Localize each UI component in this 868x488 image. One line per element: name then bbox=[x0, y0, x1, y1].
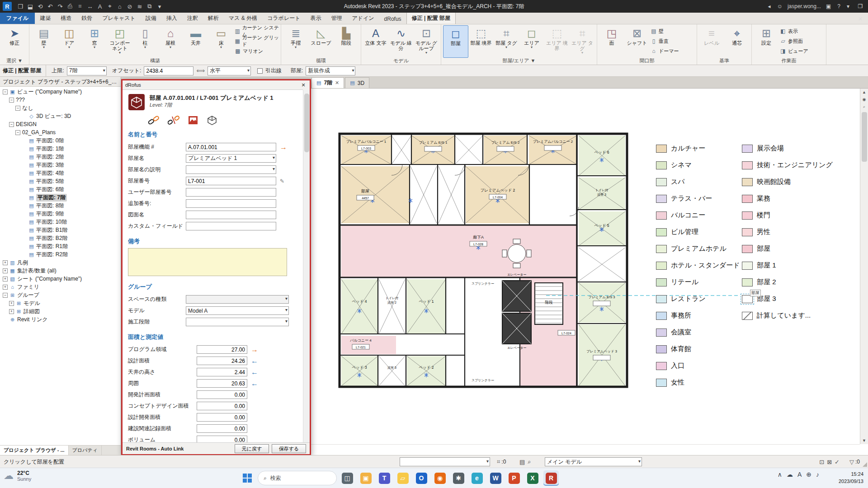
offset-input[interactable] bbox=[144, 66, 193, 75]
tree-item[interactable]: +⌂ファミリ bbox=[0, 283, 121, 291]
tree-item[interactable]: ▤平面図: 5階 bbox=[0, 177, 121, 185]
settings-icon[interactable]: ✱ bbox=[451, 470, 466, 486]
drofus-window-titlebar[interactable]: dRofus ✕ bbox=[123, 80, 310, 89]
field-input[interactable] bbox=[197, 357, 247, 365]
ribbon-button[interactable]: ▩マリオン bbox=[234, 46, 279, 56]
expand-toggle-icon[interactable]: − bbox=[15, 106, 20, 111]
field-input[interactable] bbox=[197, 345, 247, 354]
tree-item[interactable]: ▤平面図: 3階 bbox=[0, 161, 121, 169]
view-tab[interactable]: ▤7階✕ bbox=[311, 77, 344, 88]
tree-item[interactable]: −??? bbox=[0, 96, 121, 104]
ribbon-button[interactable]: ◳面 bbox=[599, 25, 624, 58]
link-icon[interactable] bbox=[148, 115, 160, 125]
user-avatar-icon[interactable]: ☺ bbox=[774, 3, 786, 9]
ribbon-tab[interactable]: 解析 bbox=[203, 13, 224, 24]
design-options-icon[interactable]: ⌕ bbox=[526, 458, 532, 465]
tree-item[interactable]: ▤平面図: R1階 bbox=[0, 242, 121, 250]
ribbon-tab[interactable]: 管理 bbox=[326, 13, 347, 24]
push-to-drofus-icon[interactable]: → bbox=[280, 143, 287, 151]
selection-filter[interactable]: ▽ :0 bbox=[848, 457, 860, 466]
onedrive-icon[interactable]: ☁ bbox=[787, 471, 793, 478]
unlink-icon[interactable] bbox=[168, 115, 179, 125]
powerpoint-icon[interactable]: P bbox=[506, 470, 522, 486]
field-select[interactable] bbox=[186, 165, 276, 174]
collapse-icon[interactable]: ◂ bbox=[765, 3, 774, 9]
ribbon-button[interactable]: ⬚部屋 境界 bbox=[468, 25, 494, 58]
field-input[interactable] bbox=[186, 222, 276, 230]
teams-icon[interactable]: T bbox=[377, 470, 392, 486]
select-pinned-toggle[interactable]: ⊠ bbox=[826, 459, 833, 465]
expand-toggle-icon[interactable]: − bbox=[9, 98, 14, 103]
revit-taskbar-icon[interactable]: R bbox=[543, 470, 559, 486]
tree-item[interactable]: −⊞グループ bbox=[0, 291, 121, 299]
maximize-button[interactable]: ❐ bbox=[853, 0, 868, 13]
edit-icon[interactable]: ✎ bbox=[280, 178, 284, 184]
measure-icon[interactable]: ⌗ bbox=[75, 3, 85, 10]
ribbon-tab[interactable]: 建築 bbox=[35, 13, 56, 24]
tag-by-category-icon[interactable]: ⌖ bbox=[105, 3, 115, 10]
tree-item[interactable]: ▤平面図: 1階 bbox=[0, 145, 121, 153]
ribbon-tab[interactable]: マス & 外構 bbox=[224, 13, 262, 24]
field-select[interactable]: Model A bbox=[186, 306, 289, 315]
field-input[interactable] bbox=[186, 199, 276, 208]
close-icon[interactable]: ✕ bbox=[300, 82, 307, 88]
task-view-icon[interactable]: ◫ bbox=[340, 470, 355, 486]
hidden-icons-chevron[interactable]: ∧ bbox=[778, 471, 782, 478]
field-input[interactable] bbox=[197, 402, 247, 410]
field-input[interactable] bbox=[197, 436, 247, 442]
ribbon-tab[interactable]: 設備 bbox=[141, 13, 161, 24]
scroll-down-icon[interactable]: ▼ bbox=[861, 437, 868, 444]
sync-with-central-icon[interactable]: ⟲ bbox=[35, 3, 45, 10]
ribbon-tab[interactable]: 構造 bbox=[56, 13, 76, 24]
ribbon-button[interactable]: ⌂屋根▾ bbox=[158, 25, 183, 58]
tree-item[interactable]: +⊞モデル bbox=[0, 299, 121, 307]
taskbar-clock[interactable]: 15:24 2023/09/13 bbox=[839, 470, 863, 485]
ribbon-button[interactable]: ▦カーテン グリッド bbox=[234, 36, 279, 46]
tree-item[interactable]: −なし bbox=[0, 104, 121, 112]
tree-item[interactable]: +▥凡例 bbox=[0, 258, 121, 267]
search-input[interactable]: ⌕ 検索 bbox=[258, 471, 337, 485]
image-icon[interactable] bbox=[188, 115, 198, 125]
help-menu-arrow-icon[interactable]: ▾ bbox=[844, 3, 853, 9]
tree-item[interactable]: ▤平面図: 9階 bbox=[0, 210, 121, 218]
ribbon-button[interactable]: ▤壁▾ bbox=[31, 25, 57, 58]
ribbon-button[interactable]: ▭床▾ bbox=[208, 25, 234, 58]
field-input[interactable] bbox=[197, 379, 247, 388]
ribbon-tab[interactable]: アドイン bbox=[347, 13, 379, 24]
scroll-up-icon[interactable]: ▲ bbox=[861, 89, 868, 96]
ime-mode-indicator[interactable]: A bbox=[797, 471, 802, 478]
tree-item[interactable]: ▤平面図: R2階 bbox=[0, 250, 121, 258]
ribbon-tab[interactable]: 鉄骨 bbox=[76, 13, 97, 24]
file-explorer-icon[interactable]: ▣ bbox=[358, 470, 373, 486]
ribbon-button[interactable]: ▯垂直 bbox=[650, 36, 695, 46]
expand-toggle-icon[interactable]: − bbox=[3, 89, 8, 94]
field-input[interactable] bbox=[186, 211, 276, 219]
upper-limit-combo[interactable]: 7階 bbox=[67, 66, 107, 75]
pull-from-revit-icon[interactable]: ← bbox=[251, 380, 258, 388]
tree-item[interactable]: ▤平面図: 0階 bbox=[0, 136, 121, 145]
worksets-icon[interactable]: ▤ bbox=[518, 459, 526, 465]
ribbon-button[interactable]: ≣手摺▾ bbox=[283, 25, 308, 58]
expand-toggle-icon[interactable]: + bbox=[3, 285, 8, 290]
push-to-drofus-icon[interactable]: → bbox=[251, 346, 258, 354]
edge-icon[interactable]: e bbox=[469, 470, 485, 486]
print-icon[interactable]: ⎙ bbox=[65, 3, 75, 10]
drofus-scrollbar-thumb[interactable] bbox=[304, 94, 309, 152]
field-input[interactable] bbox=[197, 368, 247, 376]
open-icon[interactable]: ❒ bbox=[15, 3, 25, 10]
ribbon-button[interactable]: ⌗エリア タグ▾ bbox=[570, 25, 595, 58]
ribbon-button[interactable]: ◰コンポーネント▾ bbox=[107, 25, 132, 58]
field-select[interactable]: プレミアムベッド 1 bbox=[186, 154, 276, 163]
ribbon-tab[interactable]: 挿入 bbox=[161, 13, 182, 24]
select-links-toggle[interactable]: ⊡ bbox=[818, 459, 826, 465]
ribbon-tab[interactable]: 修正 | 配置 部屋 bbox=[406, 12, 456, 24]
ribbon-button[interactable]: ◫ドア▾ bbox=[57, 25, 82, 58]
ribbon-tab[interactable]: コラボレート bbox=[262, 13, 305, 24]
notes-textarea[interactable] bbox=[128, 248, 287, 276]
close-tab-icon[interactable]: ✕ bbox=[335, 80, 339, 86]
ribbon-button[interactable]: A立体 文字 bbox=[363, 25, 388, 58]
field-input[interactable] bbox=[186, 177, 276, 185]
expand-toggle-icon[interactable]: + bbox=[9, 301, 14, 306]
ribbon-button[interactable]: ⊠シャフト bbox=[624, 25, 650, 58]
ribbon-button[interactable]: ≡レベル bbox=[699, 25, 724, 58]
